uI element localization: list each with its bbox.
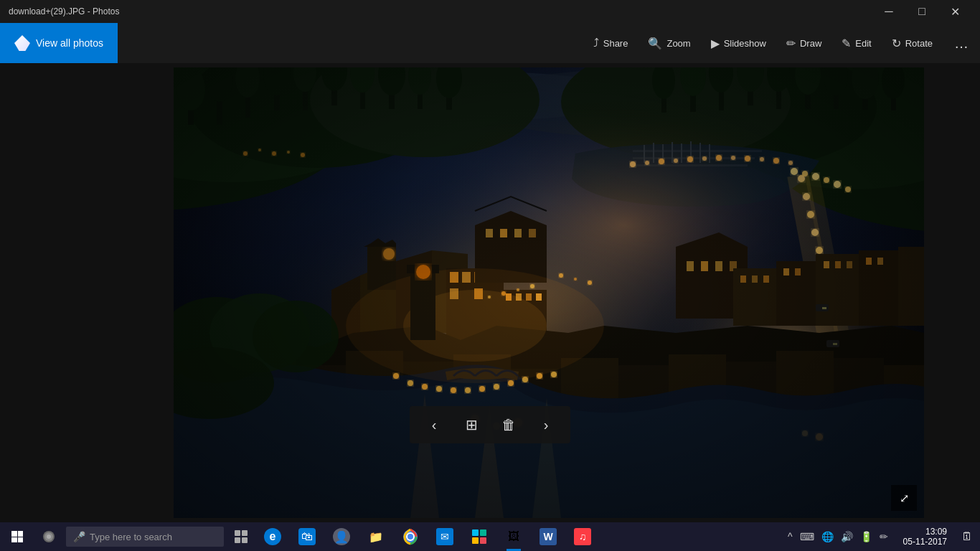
taskbar-app-word[interactable]: W bbox=[531, 522, 565, 551]
taskbar-app-fileexplorer[interactable]: 📁 bbox=[359, 522, 393, 551]
photo-navigation: ‹ ⊞ 🗑 › bbox=[410, 406, 570, 443]
svg-point-185 bbox=[530, 284, 534, 288]
svg-point-193 bbox=[47, 534, 51, 539]
toolbar-actions: ⤴ Share 🔍 Zoom ▶ Slideshow ✏ Draw ✎ Edit… bbox=[583, 23, 980, 63]
system-tray: ^ ⌨ 🌐 🔊 🔋 ✏ bbox=[780, 531, 896, 542]
task-view-button[interactable] bbox=[227, 522, 255, 551]
view-all-photos-button[interactable]: View all photos bbox=[0, 23, 118, 63]
taskbar-app-unknown[interactable] bbox=[462, 522, 496, 551]
notification-icon: 🗓 bbox=[961, 530, 973, 543]
edit-label: Edit bbox=[855, 38, 871, 49]
svg-rect-196 bbox=[235, 537, 240, 543]
edit-icon: ✎ bbox=[842, 37, 851, 50]
expand-icon: ⤢ bbox=[900, 491, 909, 505]
close-button[interactable]: ✕ bbox=[938, 0, 971, 23]
svg-rect-201 bbox=[472, 529, 479, 536]
taskbar-app-edge[interactable]: e bbox=[255, 522, 290, 551]
clock[interactable]: 13:09 05-11-2017 bbox=[896, 527, 954, 547]
svg-point-200 bbox=[407, 534, 413, 540]
rotate-icon: ↻ bbox=[892, 37, 901, 50]
filmstrip-button[interactable]: ⊞ bbox=[453, 406, 490, 443]
rotate-label: Rotate bbox=[905, 38, 933, 49]
svg-point-190 bbox=[816, 433, 823, 441]
windows-logo-icon bbox=[11, 531, 23, 542]
tray-keyboard-icon[interactable]: ⌨ bbox=[798, 531, 816, 542]
taskbar-app-music[interactable]: ♫ bbox=[565, 522, 600, 551]
draw-button[interactable]: ✏ Draw bbox=[776, 23, 831, 63]
svg-rect-195 bbox=[242, 530, 248, 536]
tray-show-hidden-icon[interactable]: ^ bbox=[786, 531, 795, 542]
next-photo-button[interactable]: › bbox=[527, 406, 565, 443]
svg-point-180 bbox=[574, 278, 577, 281]
svg-point-181 bbox=[588, 281, 592, 285]
start-button[interactable] bbox=[0, 522, 34, 551]
tray-volume-icon[interactable]: 🔊 bbox=[839, 531, 855, 542]
edge-icon: e bbox=[264, 528, 281, 545]
draw-icon: ✏ bbox=[786, 37, 796, 50]
taskbar-app-chrome[interactable] bbox=[393, 522, 428, 551]
edit-button[interactable]: ✎ Edit bbox=[831, 23, 881, 63]
search-bar: 🎤 bbox=[66, 527, 224, 547]
clock-time: 13:09 bbox=[925, 527, 947, 537]
minimize-button[interactable]: ─ bbox=[872, 0, 905, 23]
rotate-button[interactable]: ↻ Rotate bbox=[882, 23, 943, 63]
toolbar: View all photos ⤴ Share 🔍 Zoom ▶ Slidesh… bbox=[0, 23, 980, 63]
notification-center-button[interactable]: 🗓 bbox=[954, 522, 980, 551]
window-controls: ─ □ ✕ bbox=[872, 0, 971, 23]
clock-date: 05-11-2017 bbox=[903, 537, 947, 547]
tray-network-icon[interactable]: 🌐 bbox=[819, 531, 836, 542]
draw-label: Draw bbox=[800, 38, 821, 49]
photos-app-icon: 🖼 bbox=[505, 528, 522, 545]
taskbar: 🎤 e 🛍 👤 📁 bbox=[0, 522, 980, 551]
task-view-icon bbox=[235, 530, 248, 543]
store-icon: 🛍 bbox=[298, 528, 316, 545]
svg-rect-204 bbox=[480, 537, 486, 544]
view-all-label: View all photos bbox=[36, 37, 103, 49]
slideshow-icon: ▶ bbox=[711, 37, 720, 50]
tray-battery-icon[interactable]: 🔋 bbox=[858, 531, 875, 542]
taskbar-app-store[interactable]: 🛍 bbox=[290, 522, 324, 551]
window-title: download+(29).JPG - Photos bbox=[9, 6, 872, 17]
cortana-button[interactable] bbox=[34, 522, 63, 551]
tray-pen-icon[interactable]: ✏ bbox=[877, 531, 890, 542]
svg-rect-202 bbox=[480, 529, 486, 536]
zoom-button[interactable]: 🔍 Zoom bbox=[638, 23, 700, 63]
delete-photo-button[interactable]: 🗑 bbox=[490, 406, 527, 443]
taskbar-app-people[interactable]: 👤 bbox=[324, 522, 359, 551]
zoom-label: Zoom bbox=[666, 38, 690, 49]
chrome-icon bbox=[402, 528, 419, 545]
unknown-app-icon bbox=[471, 528, 488, 545]
previous-photo-button[interactable]: ‹ bbox=[415, 406, 453, 443]
slideshow-button[interactable]: ▶ Slideshow bbox=[701, 23, 776, 63]
title-bar: download+(29).JPG - Photos ─ □ ✕ bbox=[0, 0, 980, 23]
svg-point-184 bbox=[517, 288, 519, 291]
taskbar-app-photos[interactable]: 🖼 bbox=[496, 522, 531, 551]
taskbar-apps: e 🛍 👤 📁 ✉ bbox=[255, 522, 600, 551]
share-button[interactable]: ⤴ Share bbox=[583, 23, 639, 63]
search-microphone-icon[interactable]: 🎤 bbox=[73, 531, 85, 542]
slideshow-label: Slideshow bbox=[724, 38, 766, 49]
photos-logo-icon bbox=[14, 35, 30, 51]
share-icon: ⤴ bbox=[593, 37, 599, 50]
zoom-icon: 🔍 bbox=[648, 37, 662, 50]
main-image-area: ⤢ bbox=[0, 63, 980, 522]
file-explorer-icon: 📁 bbox=[367, 528, 385, 545]
search-input[interactable] bbox=[90, 532, 212, 542]
mail-icon: ✉ bbox=[436, 528, 453, 545]
svg-point-189 bbox=[802, 430, 808, 436]
svg-rect-194 bbox=[235, 530, 240, 536]
more-options-button[interactable]: … bbox=[943, 23, 980, 63]
svg-point-179 bbox=[559, 273, 563, 278]
music-icon: ♫ bbox=[574, 528, 591, 545]
people-icon: 👤 bbox=[333, 528, 350, 545]
share-label: Share bbox=[603, 38, 628, 49]
svg-rect-203 bbox=[472, 537, 479, 544]
svg-point-183 bbox=[501, 291, 506, 296]
svg-point-182 bbox=[488, 296, 491, 298]
maximize-button[interactable]: □ bbox=[905, 0, 938, 23]
taskbar-app-mail[interactable]: ✉ bbox=[428, 522, 462, 551]
photo-container: ⤢ bbox=[174, 67, 924, 518]
word-icon: W bbox=[540, 528, 557, 545]
fullscreen-button[interactable]: ⤢ bbox=[891, 485, 917, 511]
photo-image bbox=[174, 67, 924, 518]
